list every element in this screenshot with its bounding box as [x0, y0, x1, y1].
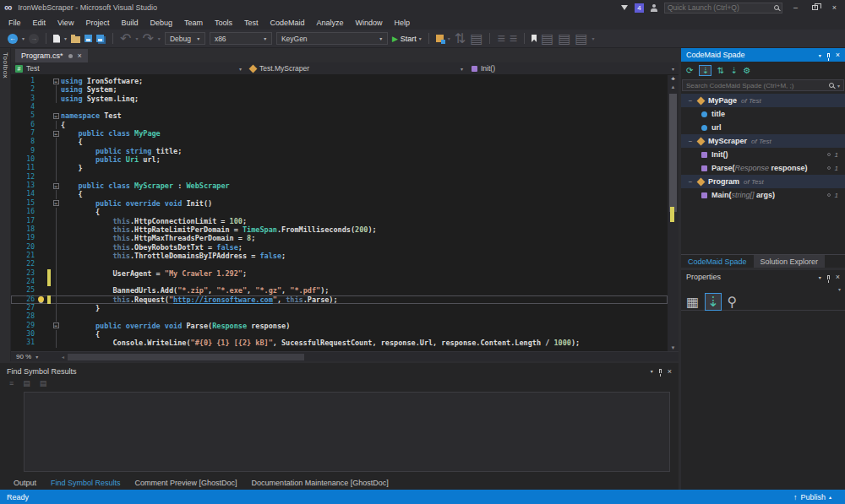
project-dropdown[interactable]: # Test ▾	[11, 62, 246, 74]
menu-test[interactable]: Test	[238, 19, 264, 27]
tab-codemaid-spade[interactable]: CodeMaid Spade	[681, 255, 754, 268]
gear-icon[interactable]: ⚙	[744, 66, 751, 75]
clear-all-icon[interactable]: ▤	[40, 379, 47, 387]
bookmark-clear-icon[interactable]: ▤	[575, 30, 587, 46]
navigate-backward-dropdown-icon[interactable]: ▾	[22, 35, 25, 41]
undo-dropdown-icon[interactable]: ▾	[135, 35, 138, 41]
menu-build[interactable]: Build	[115, 19, 144, 27]
minimize-button[interactable]: –	[789, 3, 802, 12]
menu-edit[interactable]: Edit	[27, 19, 52, 27]
navigate-backward-icon[interactable]: ←	[8, 34, 18, 44]
fold-margin[interactable]: −	[51, 129, 61, 138]
code-line-15[interactable]: 15− public override void Init()	[11, 199, 668, 208]
vertical-scrollbar[interactable]: + ▲ ▼	[668, 75, 679, 351]
tab-output[interactable]: Output	[8, 479, 42, 487]
chevron-down-icon[interactable]: ▾	[837, 83, 840, 89]
lightbulb-icon[interactable]	[38, 296, 44, 302]
tree-section-mypage[interactable]: −MyPageof Test	[681, 94, 845, 107]
chevron-down-icon[interactable]: ▾	[448, 35, 450, 41]
tab-comment-preview-ghostdoc[interactable]: Comment Preview [GhostDoc]	[129, 479, 243, 487]
code-line-8[interactable]: 8 {	[11, 138, 668, 146]
horizontal-scrollbar-thumb[interactable]	[68, 354, 304, 360]
code-line-2[interactable]: 2using System;	[11, 85, 668, 94]
close-button[interactable]: ×	[828, 3, 841, 12]
indent-increase-icon[interactable]: ≡	[510, 31, 517, 46]
fold-margin[interactable]: −	[51, 77, 61, 85]
collapse-icon[interactable]: −	[687, 178, 694, 186]
menu-view[interactable]: View	[52, 19, 79, 27]
platform-combo[interactable]: x86 ▾	[210, 32, 272, 45]
indent-decrease-icon[interactable]: ≡	[497, 31, 504, 46]
code-line-16[interactable]: 16 {	[11, 208, 668, 216]
step-over-icon[interactable]: ▤	[470, 30, 482, 46]
code-line-26[interactable]: 26 this.Request("http://ironsoftware.com…	[11, 295, 668, 304]
pin-icon[interactable]	[827, 275, 830, 279]
menu-team[interactable]: Team	[178, 19, 209, 27]
type-dropdown[interactable]: Test.MyScraper ▾	[246, 62, 467, 74]
code-line-18[interactable]: 18 this.HttpRateLimitPerDomain = TimeSpa…	[11, 225, 668, 234]
code-line-6[interactable]: 6{	[11, 121, 668, 129]
quick-launch-box[interactable]	[664, 3, 782, 14]
configuration-combo[interactable]: Debug ▾	[165, 32, 205, 45]
code-line-4[interactable]: 4	[11, 103, 668, 111]
quick-launch-input[interactable]	[668, 3, 771, 12]
code-line-25[interactable]: 25 BannedUrls.Add("*.zip", "*.exe", "*.g…	[11, 286, 668, 295]
code-line-19[interactable]: 19 this.HttpMaxThreadsPerDomain = 8;	[11, 234, 668, 242]
window-menu-icon[interactable]: ▾	[819, 52, 821, 58]
alphabetical-icon[interactable]: ⇣	[705, 293, 721, 311]
scroll-down-icon[interactable]: ▼	[668, 345, 679, 350]
startup-project-combo[interactable]: KeyGen ▾	[276, 32, 388, 45]
tree-section-myscraper[interactable]: −MyScraperof Test	[681, 134, 845, 148]
member-dropdown[interactable]: Init() ▾	[467, 62, 679, 74]
code-line-28[interactable]: 28	[11, 312, 668, 321]
undo-icon[interactable]: ↶	[120, 30, 131, 46]
code-line-31[interactable]: 31 Console.WriteLine("#{0} {1} [{2} kB]"…	[11, 339, 668, 347]
fold-margin[interactable]: −	[51, 322, 61, 330]
codemaid-search-input[interactable]	[686, 82, 826, 89]
sort-type-icon[interactable]: ⇅	[717, 66, 724, 75]
zoom-control[interactable]: 90 % ▾	[11, 353, 58, 360]
code-line-13[interactable]: 13− public class MyScraper : WebScraper	[11, 182, 668, 190]
pin-icon[interactable]	[659, 369, 662, 373]
notifications-filter-icon[interactable]	[621, 5, 628, 10]
split-handle-icon[interactable]: +	[668, 76, 679, 83]
property-pages-icon[interactable]: ⚲	[728, 294, 738, 310]
tree-item[interactable]: Parse(Response response)1	[681, 161, 845, 175]
bookmark-icon[interactable]	[532, 35, 537, 42]
code-line-11[interactable]: 11 }	[11, 164, 668, 172]
code-line-10[interactable]: 10 public Uri url;	[11, 155, 668, 164]
menu-help[interactable]: Help	[389, 19, 417, 27]
code-line-5[interactable]: 5−namespace Test	[11, 111, 668, 120]
tree-item[interactable]: Init()1	[681, 148, 845, 161]
window-menu-icon[interactable]: ▾	[819, 274, 821, 280]
code-line-3[interactable]: 3using System.Linq;	[11, 95, 668, 103]
window-menu-icon[interactable]: ▾	[651, 368, 653, 374]
new-file-icon[interactable]	[53, 35, 60, 43]
navigate-forward-icon[interactable]: →	[29, 34, 39, 44]
code-line-17[interactable]: 17 this.HttpConnectionLimit = 100;	[11, 217, 668, 225]
code-line-24[interactable]: 24	[11, 278, 668, 286]
sync-with-active-document-icon[interactable]	[436, 35, 444, 42]
code-line-9[interactable]: 9 public string title;	[11, 147, 668, 155]
close-icon[interactable]: ×	[668, 367, 672, 376]
menu-tools[interactable]: Tools	[209, 19, 238, 27]
bookmark-previous-icon[interactable]: ▤	[541, 30, 553, 46]
code-line-23[interactable]: 23 UserAgent = "My Crawler 1.292";	[11, 269, 668, 278]
bookmark-next-icon[interactable]: ▤	[558, 30, 570, 46]
code-line-7[interactable]: 7− public class MyPage	[11, 129, 668, 138]
tab-solution-explorer[interactable]: Solution Explorer	[754, 255, 826, 268]
fold-margin[interactable]: −	[51, 182, 61, 190]
redo-dropdown-icon[interactable]: ▾	[158, 35, 161, 41]
tab-find-symbol-results[interactable]: Find Symbol Results	[45, 479, 127, 487]
pin-icon[interactable]	[827, 53, 830, 57]
menu-debug[interactable]: Debug	[144, 19, 178, 27]
notification-count-badge[interactable]: 4	[635, 3, 644, 13]
code-line-29[interactable]: 29− public override void Parse(Response …	[11, 322, 668, 330]
tree-item[interactable]: url	[681, 121, 845, 134]
scroll-up-icon[interactable]: ▲	[668, 84, 679, 89]
new-file-dropdown-icon[interactable]: ▾	[64, 35, 67, 41]
tree-item[interactable]: Main(string[] args)1	[681, 188, 845, 202]
save-icon[interactable]	[84, 35, 92, 42]
sort-alpha-icon[interactable]: ⇣	[730, 66, 737, 75]
tree-item[interactable]: title	[681, 107, 845, 121]
